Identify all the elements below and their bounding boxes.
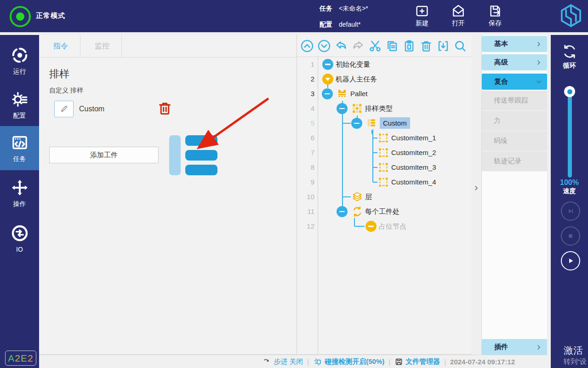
sidebar-item-io[interactable]: IO (0, 216, 39, 260)
category-compound[interactable]: 复合 (482, 74, 547, 90)
tree-node-[interactable]: 占位节点 (379, 222, 406, 231)
pattern-graphic-item (185, 135, 217, 146)
run-sidebar: 循环 100% 速度 激活 转到“设 (551, 35, 588, 368)
tab-instruction[interactable]: 指令 (41, 35, 80, 57)
chevron-right-icon (535, 344, 542, 351)
status-bar: 步进 关闭 | 碰撞检测开启(50%) | 文件管理器 | 2024-07-24… (39, 355, 547, 368)
loop-icon[interactable] (561, 43, 578, 60)
task-value: <未命名>* (339, 5, 368, 12)
io-icon (11, 224, 29, 242)
tab-monitor[interactable]: 监控 (83, 35, 122, 57)
undo-button[interactable] (334, 39, 348, 53)
skip-button[interactable] (561, 201, 580, 221)
placeholder-icon (365, 220, 377, 232)
cut-icon (368, 39, 382, 53)
tree-node-[interactable]: 每个工件处 (365, 207, 400, 216)
custom-item-icon (377, 132, 389, 144)
gutter-separator (318, 57, 318, 354)
file-manager-button[interactable]: 文件管理器 (394, 357, 440, 366)
edit-name-button[interactable] (54, 101, 74, 117)
tree-node-toggle[interactable] (351, 118, 362, 129)
new-button[interactable]: 新建 (407, 4, 437, 28)
skip-icon (566, 207, 575, 216)
collision-detect-status[interactable]: 碰撞检测开启(50%) (313, 357, 384, 366)
page-subtitle: 自定义 排样 (49, 86, 83, 95)
compound-item[interactable]: 轨迹记录 (482, 151, 547, 172)
tree-toolbar (297, 35, 472, 57)
robot-badge-letter: 2 (28, 353, 34, 364)
compound-item[interactable]: 传送带跟踪 (482, 91, 547, 111)
sidebar-item-operate[interactable]: 操作 (0, 171, 39, 215)
insert-button[interactable] (436, 39, 450, 53)
chevron-right-icon (473, 184, 480, 192)
sidebar-item-run[interactable]: 运行 (0, 39, 39, 83)
add-workpiece-button[interactable]: 添加工件 (49, 147, 159, 163)
datetime: 2024-07-24 09:17:12 (450, 358, 515, 366)
compound-item[interactable]: 码垛 (482, 131, 547, 151)
tree-node-customitem_2[interactable]: CustomItem_2 (391, 149, 436, 156)
category-advanced[interactable]: 高级 (482, 54, 547, 70)
collapse-up-button[interactable] (300, 39, 314, 53)
collapse-down-button[interactable] (317, 39, 331, 53)
sidebar-item-label: IO (16, 246, 23, 253)
tree-node-customitem_4[interactable]: CustomItem_4 (391, 178, 436, 186)
tree-node-[interactable]: 机器人主任务 (336, 75, 377, 84)
tree-node-[interactable]: 初始化变量 (336, 60, 370, 69)
category-basic[interactable]: 基本 (482, 36, 547, 52)
pattern-name-value: Custom (79, 105, 104, 113)
open-button[interactable]: 打开 (444, 4, 473, 28)
step-mode-status[interactable]: 步进 关闭 (263, 357, 303, 366)
play-icon (566, 256, 575, 265)
config-label: 配置 (320, 21, 332, 28)
config-name: 配置default* (320, 21, 360, 29)
speed-slider[interactable] (568, 89, 572, 178)
paste-button[interactable] (402, 39, 416, 53)
search-button[interactable] (453, 39, 467, 53)
tree-node-toggle[interactable] (337, 206, 348, 217)
search-icon (453, 39, 467, 53)
speed-label: 速度 (551, 187, 588, 196)
loop-label: 循环 (551, 62, 588, 70)
undo-icon (334, 39, 348, 53)
tree-node-pallet[interactable]: Pallet (350, 90, 368, 98)
panel-collapse-handle[interactable] (471, 35, 482, 354)
copy-button[interactable] (385, 39, 399, 53)
run-icon (11, 46, 29, 64)
pattern-graphic-bar (169, 135, 181, 175)
sidebar-item-config[interactable]: 配置 (0, 83, 39, 127)
brand-logo-icon (558, 3, 584, 29)
cut-button[interactable] (368, 39, 382, 53)
delete-button[interactable] (419, 39, 433, 53)
insert-icon (436, 39, 450, 53)
tree-node-[interactable]: 层 (365, 193, 372, 201)
new-label: 新建 (416, 19, 428, 28)
robot-badge[interactable]: A2E2 (5, 351, 36, 366)
speed-slider-knob[interactable] (564, 86, 575, 97)
stop-button[interactable] (561, 226, 580, 246)
speed-value: 100% (551, 178, 588, 187)
tree-node-customitem_3[interactable]: CustomItem_3 (391, 163, 436, 171)
tree-row-number: 11 (297, 207, 314, 215)
sidebar-item-task[interactable]: 任务 (0, 126, 39, 170)
save-button[interactable]: 保存 (480, 4, 510, 28)
tree-node-toggle[interactable] (337, 103, 348, 114)
tree-node-toggle[interactable] (322, 88, 333, 99)
redo-button[interactable] (351, 39, 365, 53)
init-var-icon (322, 58, 334, 70)
category-label: 基本 (494, 40, 535, 48)
play-button[interactable] (561, 251, 580, 270)
tree-row-number: 8 (297, 163, 314, 171)
tree-row-number: 2 (297, 75, 314, 83)
activation-watermark-line2: 转到“设 (564, 357, 587, 366)
delete-pattern-button[interactable] (157, 101, 172, 116)
custom-item-icon (377, 176, 389, 188)
collision-icon (313, 357, 322, 366)
tree-node-custom[interactable]: Custom (380, 117, 410, 129)
tree-node-customitem_1[interactable]: CustomItem_1 (391, 134, 436, 142)
tree-row-number: 5 (297, 119, 314, 127)
plugin-button[interactable]: 插件 (482, 339, 547, 355)
compound-item[interactable]: 力 (482, 111, 547, 131)
tree-row-number: 6 (297, 134, 314, 142)
tree-node-[interactable]: 排样类型 (365, 104, 393, 113)
custom-item-icon (377, 161, 389, 173)
